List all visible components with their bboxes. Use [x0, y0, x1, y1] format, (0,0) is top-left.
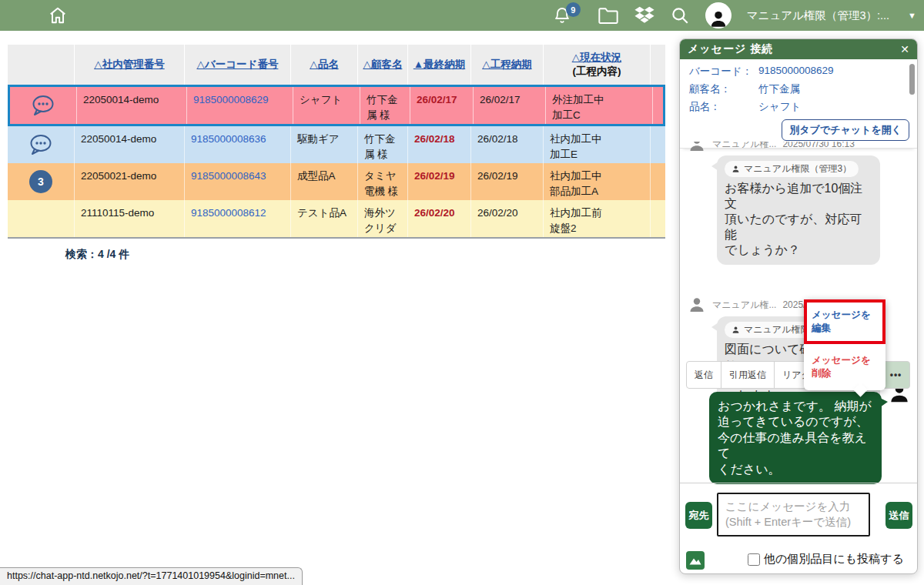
message-context-menu: メッセージを編集 メッセージを削除	[804, 299, 886, 390]
table-header-row: △社内管理番号 △バーコード番号 △品名 △顧客名 ▲最終納期 △工程納期 △現…	[8, 45, 665, 85]
chevron-down-icon[interactable]: ▼	[908, 11, 916, 20]
delete-message-menu-item[interactable]: メッセージを削除	[804, 344, 886, 390]
cell-status: 社内加工中 部品加工A	[544, 163, 651, 200]
message-received: マニュアル権... 2025/07/30 16:13 マニュアル権限（管理3） …	[688, 142, 909, 265]
message-input[interactable]	[717, 493, 870, 537]
cell-stub	[651, 200, 665, 237]
user-name-label: マニュアル権限（管理3）:...	[747, 8, 889, 23]
sender-avatar	[688, 296, 706, 314]
table-row[interactable]: 22050014-demo 9185000008636 駆動ギア 竹下金属 様 …	[8, 126, 665, 163]
table-row-selected[interactable]: 22050014-demo 9185000008629 シャフト 竹下金属 様 …	[8, 85, 665, 126]
search-icon[interactable]	[670, 5, 690, 25]
send-button[interactable]: 送信	[886, 502, 912, 529]
person-icon	[732, 165, 740, 173]
cell-status: 社内加工前 旋盤2	[544, 200, 651, 237]
reply-button[interactable]: 返信	[686, 361, 721, 389]
quote-reply-button[interactable]: 引用返信	[721, 361, 775, 389]
more-options-button[interactable]: •••	[882, 361, 911, 389]
cell-customer: 竹下金属 様	[360, 87, 410, 124]
cell-process-due: 26/02/19	[471, 163, 544, 200]
sort-process-due[interactable]: △工程納期	[482, 58, 531, 72]
sender-name: マニュアル権...	[712, 142, 776, 151]
post-to-other-items-checkbox[interactable]	[748, 553, 760, 566]
message-bubble: マニュアル権限（管理3） お客様から追加で10個注文 頂いたのですが、対応可能 …	[717, 155, 880, 265]
message-time: 2025/07/30 16:13	[782, 142, 854, 149]
cell-barcode-link[interactable]: 9185000008643	[191, 170, 266, 182]
cell-process-due: 26/02/18	[471, 126, 544, 163]
scrollbar-thumb[interactable]	[909, 64, 915, 95]
notification-count-badge: 9	[566, 2, 581, 17]
sort-mgmt-no[interactable]: △社内管理番号	[94, 58, 164, 72]
cell-final-due: 26/02/19	[414, 170, 455, 182]
message-sent-bubble: おつかれさまです。 納期が 迫ってきているのですが、 今の仕事の進み具合を教えて…	[709, 392, 882, 484]
item-info-block: バーコード：9185000008629 顧客名：竹下金属 品名：シャフト	[680, 59, 917, 114]
item-label: 品名：	[689, 100, 758, 114]
cell-barcode-link[interactable]: 9185000008629	[193, 94, 269, 105]
cell-item: シャフト	[293, 87, 360, 124]
cell-item: 成型品A	[291, 163, 358, 200]
header-icon-col	[8, 45, 75, 85]
sort-customer[interactable]: △顧客名	[363, 58, 403, 72]
person-icon	[732, 326, 740, 334]
cell-process-due: 26/02/17	[474, 87, 546, 124]
cell-final-due: 26/02/20	[414, 207, 455, 219]
message-composer: 宛先 送信 他の個別品目にも投稿する	[680, 483, 917, 573]
cell-mgmt-no: 22050014-demo	[75, 126, 185, 163]
user-avatar[interactable]	[705, 2, 732, 28]
cell-final-due: 26/02/17	[417, 94, 457, 105]
cell-customer: 竹下金属 様	[358, 126, 408, 163]
cell-status: 外注加工中 加工C	[546, 87, 653, 124]
customer-value: 竹下金属	[758, 82, 800, 96]
sort-barcode[interactable]: △バーコード番号	[197, 58, 279, 72]
sort-status[interactable]: △現在状況	[572, 51, 621, 65]
link-status-bar: https://chat-app-ntd.netkojo.net/?t=1771…	[0, 567, 303, 585]
message-panel: メッセージ 接続 ✕ バーコード：9185000008629 顧客名：竹下金属 …	[679, 38, 918, 574]
customer-label: 顧客名：	[689, 82, 758, 96]
barcode-label: バーコード：	[689, 65, 758, 79]
cell-stub	[653, 87, 665, 124]
cell-item: テスト品A	[291, 200, 358, 237]
header-stub-col	[651, 45, 665, 85]
top-bar: 9 マニュアル権限（管理3）:... ▼	[0, 0, 924, 31]
post-to-other-items-label[interactable]: 他の個別品目にも投稿する	[764, 552, 904, 567]
cell-no-icon	[8, 200, 75, 237]
production-table: △社内管理番号 △バーコード番号 △品名 △顧客名 ▲最終納期 △工程納期 △現…	[8, 45, 665, 239]
panel-title: メッセージ 接続	[688, 42, 773, 56]
menu-icon[interactable]	[12, 12, 31, 20]
notifications-bell-icon[interactable]: 9	[553, 5, 571, 25]
chat-bubble-icon[interactable]	[10, 87, 77, 124]
sender-avatar	[688, 142, 706, 153]
sender-name: マニュアル権...	[712, 299, 776, 312]
cell-mgmt-no: 21110115-demo	[75, 200, 185, 237]
close-icon[interactable]: ✕	[900, 43, 909, 55]
dropbox-icon[interactable]	[634, 6, 654, 25]
cell-mgmt-no: 22050021-demo	[75, 163, 185, 200]
folder-icon[interactable]	[598, 6, 619, 25]
recipient-button[interactable]: 宛先	[685, 502, 712, 529]
sender-badge: マニュアル権限（管理3）	[725, 161, 859, 177]
search-result-count: 検索：4 /4 件	[65, 248, 129, 262]
cell-final-due: 26/02/18	[414, 133, 455, 145]
unread-count-badge[interactable]: 3	[29, 170, 52, 193]
home-icon[interactable]	[48, 5, 68, 25]
cell-process-due: 26/02/20	[471, 200, 544, 237]
cell-customer: 海外ツクリダス 様	[358, 200, 408, 237]
chat-bubble-icon[interactable]	[8, 126, 75, 163]
sort-item[interactable]: △品名	[310, 58, 338, 72]
message-panel-header: メッセージ 接続 ✕	[680, 39, 917, 59]
header-status-sub: (工程内容)	[573, 65, 621, 79]
open-chat-new-tab-button[interactable]: 別タブでチャットを開く	[782, 119, 909, 141]
image-upload-icon[interactable]	[686, 551, 705, 570]
cell-mgmt-no: 22050014-demo	[77, 87, 187, 124]
table-row[interactable]: 21110115-demo 9185000008612 テスト品A 海外ツクリダ…	[8, 200, 665, 237]
sort-final-due[interactable]: ▲最終納期	[413, 58, 465, 72]
cell-stub	[651, 126, 665, 163]
cell-customer: タミヤ電機 様	[358, 163, 408, 200]
cell-barcode-link[interactable]: 9185000008612	[191, 207, 266, 219]
barcode-value: 9185000008629	[758, 65, 834, 79]
item-value: シャフト	[758, 100, 801, 114]
edit-message-menu-item[interactable]: メッセージを編集	[804, 299, 886, 344]
table-row[interactable]: 3 22050021-demo 9185000008643 成型品A タミヤ電機…	[8, 163, 665, 200]
cell-barcode-link[interactable]: 9185000008636	[191, 133, 266, 145]
cell-item: 駆動ギア	[291, 126, 358, 163]
